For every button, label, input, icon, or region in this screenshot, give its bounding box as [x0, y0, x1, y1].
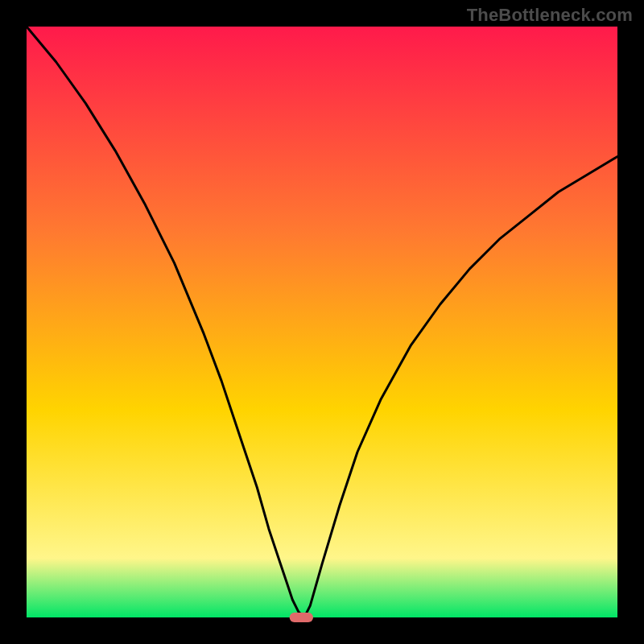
optimal-marker [290, 613, 313, 622]
chart-frame: { "watermark": "TheBottleneck.com", "col… [0, 0, 644, 644]
bottleneck-chart [0, 0, 644, 644]
plot-background [27, 27, 617, 617]
